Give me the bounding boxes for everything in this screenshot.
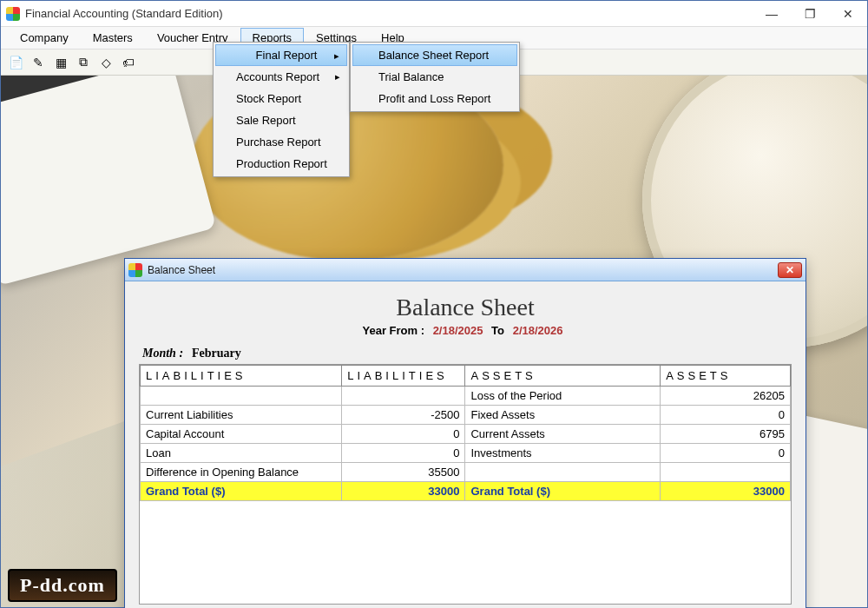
final-report-submenu-item[interactable]: Profit and Loss Report [352, 88, 517, 109]
asset-name: Current Assets [465, 425, 661, 444]
print-icon[interactable]: ◇ [96, 53, 115, 72]
menu-masters[interactable]: Masters [81, 28, 145, 48]
final-report-submenu-item[interactable]: Balance Sheet Report [352, 44, 517, 66]
sheet-date-range: Year From : 2/18/2025 To 2/18/2026 [139, 324, 792, 337]
balance-sheet-window: Balance Sheet ✕ Balance Sheet Year From … [124, 258, 806, 608]
liability-value [342, 387, 465, 406]
total-asset-label: Grand Total ($) [465, 482, 661, 501]
window-title: Financial Accounting (Standard Edition) [25, 7, 753, 20]
reports-menu-item[interactable]: Final Report▸ [215, 44, 347, 66]
total-liability-value: 33000 [342, 482, 465, 501]
total-asset-value: 33000 [661, 482, 791, 501]
asset-name: Investments [465, 444, 661, 463]
titlebar[interactable]: Financial Accounting (Standard Edition) … [1, 1, 867, 27]
tag-icon[interactable]: 🏷 [119, 53, 138, 72]
final-report-submenu: Balance Sheet ReportTrial BalanceProfit … [350, 42, 520, 112]
reports-menu-item[interactable]: Production Report [215, 153, 347, 175]
submenu-arrow-icon: ▸ [335, 71, 340, 83]
minimize-button[interactable]: — [753, 2, 791, 26]
options-icon[interactable]: ⧉ [74, 53, 93, 72]
asset-name [465, 463, 661, 482]
workspace: Balance Sheet ✕ Balance Sheet Year From … [1, 76, 867, 607]
liability-value: 0 [342, 444, 465, 463]
reports-menu-item[interactable]: Sale Report [215, 109, 347, 131]
final-report-submenu-item[interactable]: Trial Balance [352, 66, 517, 88]
date-from: 2/18/2025 [428, 324, 489, 337]
asset-value [661, 463, 791, 482]
col-assets-val: ASSETS [661, 366, 791, 387]
liability-value: 35500 [342, 463, 465, 482]
liability-name [141, 387, 342, 406]
table-row[interactable]: Loss of the Period26205 [141, 387, 791, 406]
site-watermark: P-dd.com [8, 569, 117, 602]
close-button[interactable]: ✕ [829, 2, 867, 26]
child-body: Balance Sheet Year From : 2/18/2025 To 2… [125, 281, 806, 608]
child-titlebar[interactable]: Balance Sheet ✕ [125, 259, 806, 281]
date-to: 2/18/2026 [508, 324, 569, 337]
table-row[interactable]: Current Liabilities-2500Fixed Assets0 [141, 406, 791, 425]
grid-icon[interactable]: ▦ [51, 53, 70, 72]
child-app-icon [128, 263, 142, 277]
edit-icon[interactable]: ✎ [29, 53, 48, 72]
table-row[interactable]: Loan0Investments0 [141, 444, 791, 463]
reports-menu-item[interactable]: Accounts Report▸ [215, 66, 347, 88]
table-header-row: LIABILITIES LIABILITIES ASSETS ASSETS [141, 366, 791, 387]
liability-value: 0 [342, 425, 465, 444]
child-close-button[interactable]: ✕ [778, 262, 802, 278]
asset-value: 0 [661, 444, 791, 463]
asset-value: 26205 [661, 387, 791, 406]
col-liabilities-name: LIABILITIES [141, 366, 342, 387]
grand-total-row: Grand Total ($)33000Grand Total ($)33000 [141, 482, 791, 501]
liability-name: Difference in Opening Balance [141, 463, 342, 482]
reports-dropdown: Final Report▸Accounts Report▸Stock Repor… [213, 42, 350, 177]
table-row[interactable]: Difference in Opening Balance35500 [141, 463, 791, 482]
new-icon[interactable]: 📄 [6, 53, 25, 72]
range-from-label: Year From : [362, 324, 424, 337]
asset-name: Fixed Assets [465, 406, 661, 425]
sheet-heading: Balance Sheet [139, 294, 792, 321]
col-assets-name: ASSETS [465, 366, 661, 387]
reports-menu-item[interactable]: Purchase Report [215, 131, 347, 153]
col-liabilities-val: LIABILITIES [342, 366, 465, 387]
app-icon [6, 7, 20, 21]
menu-company[interactable]: Company [8, 28, 81, 48]
table-row[interactable]: Capital Account0Current Assets6795 [141, 425, 791, 444]
child-title-text: Balance Sheet [148, 264, 778, 276]
maximize-button[interactable]: ❐ [791, 2, 829, 26]
month-value: February [192, 347, 241, 360]
liability-name: Current Liabilities [141, 406, 342, 425]
total-liability-label: Grand Total ($) [141, 482, 342, 501]
month-row: Month : February [142, 346, 792, 360]
submenu-arrow-icon: ▸ [334, 50, 339, 62]
liability-value: -2500 [342, 406, 465, 425]
asset-value: 6795 [661, 425, 791, 444]
asset-value: 0 [661, 406, 791, 425]
range-to-label: To [491, 324, 504, 337]
asset-name: Loss of the Period [465, 387, 661, 406]
month-label: Month : [142, 347, 183, 360]
liability-name: Loan [141, 444, 342, 463]
reports-menu-item[interactable]: Stock Report [215, 88, 347, 109]
liability-name: Capital Account [141, 425, 342, 444]
balance-sheet-grid[interactable]: LIABILITIES LIABILITIES ASSETS ASSETS Lo… [139, 364, 792, 605]
